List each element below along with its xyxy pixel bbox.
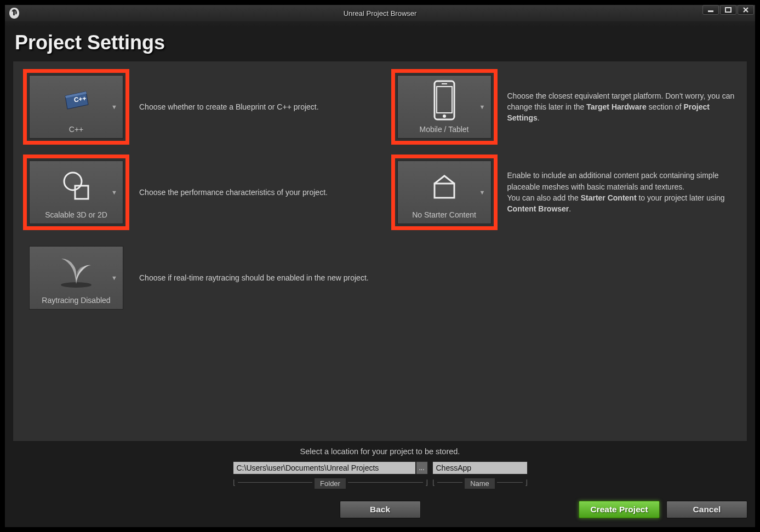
highlight-frame: C++ ▼ C++ <box>23 69 129 145</box>
chevron-down-icon: ▼ <box>479 189 485 196</box>
window-controls <box>702 5 754 15</box>
tile-wrap: ▼ Raytracing Disabled <box>23 240 129 316</box>
svg-rect-9 <box>442 83 447 84</box>
unreal-logo-icon <box>7 6 21 20</box>
project-type-tile[interactable]: C++ ▼ C++ <box>29 75 123 139</box>
field-underline: ⌊ Name ⌋ <box>432 476 528 489</box>
desc-text: to your project later using <box>637 193 725 202</box>
performance-row: ▼ Scalable 3D or 2D Choose the performan… <box>23 155 369 230</box>
folder-label: Folder <box>315 478 346 489</box>
desc-text: You can also add the <box>507 193 581 202</box>
svg-point-3 <box>64 173 82 190</box>
raytracing-row: ▼ Raytracing Disabled Choose if real-tim… <box>23 240 369 316</box>
location-section: Select a location for your project to be… <box>13 447 747 489</box>
desc-text: . <box>538 113 540 122</box>
starter-content-row: ▼ No Starter Content Enable to include a… <box>391 155 738 230</box>
folder-group: ... ⌊ Folder ⌋ <box>233 461 428 489</box>
project-browser-window: Unreal Project Browser Project Settings <box>4 4 756 528</box>
bold-text: Content Browser <box>507 204 569 213</box>
field-underline: ⌊ Folder ⌋ <box>233 476 428 489</box>
performance-tile[interactable]: ▼ Scalable 3D or 2D <box>29 161 123 224</box>
settings-panel: C++ ▼ C++ Choose whether to create a Blu… <box>13 61 747 442</box>
chevron-down-icon: ▼ <box>111 104 117 110</box>
close-button[interactable] <box>738 5 754 15</box>
buttons-row: Back Create Project Cancel <box>13 501 747 518</box>
highlight-frame: ▼ Scalable 3D or 2D <box>23 155 129 230</box>
starter-content-desc: Enable to include an additional content … <box>507 170 738 214</box>
tile-label: C++ <box>69 125 83 134</box>
project-type-desc: Choose whether to create a Blueprint or … <box>139 101 369 112</box>
back-button[interactable]: Back <box>340 501 421 518</box>
cancel-button[interactable]: Cancel <box>666 501 747 518</box>
maximize-button[interactable] <box>720 5 736 15</box>
left-column: C++ ▼ C++ Choose whether to create a Blu… <box>23 69 369 433</box>
titlebar: Unreal Project Browser <box>5 5 755 21</box>
raytracing-desc: Choose if real-time raytracing should be… <box>139 272 369 283</box>
browse-button[interactable]: ... <box>416 461 428 474</box>
window-title: Unreal Project Browser <box>344 9 417 18</box>
plant-icon <box>57 247 95 296</box>
target-platform-row: ▼ Mobile / Tablet Choose the closest equ… <box>391 69 738 145</box>
folder-input[interactable] <box>233 461 416 474</box>
tile-label: Raytracing Disabled <box>42 296 110 305</box>
svg-point-8 <box>443 115 446 118</box>
folder-input-wrap: ... <box>233 461 428 474</box>
chevron-down-icon: ▼ <box>111 274 117 281</box>
desc-text: . <box>569 204 571 213</box>
tile-label: Mobile / Tablet <box>419 125 468 134</box>
svg-rect-4 <box>75 186 88 199</box>
create-project-button[interactable]: Create Project <box>579 501 660 518</box>
bold-text: Target Hardware <box>586 102 646 111</box>
bold-text: Starter Content <box>581 193 637 202</box>
box-open-icon <box>429 161 460 210</box>
project-type-row: C++ ▼ C++ Choose whether to create a Blu… <box>23 69 369 145</box>
highlight-frame: ▼ No Starter Content <box>391 155 498 230</box>
mobile-icon <box>432 76 456 125</box>
starter-content-tile[interactable]: ▼ No Starter Content <box>397 161 492 224</box>
minimize-button[interactable] <box>702 5 719 15</box>
highlight-frame: ▼ Mobile / Tablet <box>391 69 498 145</box>
cpp-icon: C++ <box>62 76 90 125</box>
desc-text: section of <box>647 102 684 111</box>
scalable-icon <box>59 161 94 210</box>
page-title: Project Settings <box>15 31 755 54</box>
right-column: ▼ Mobile / Tablet Choose the closest equ… <box>391 69 738 433</box>
svg-rect-0 <box>708 10 713 12</box>
prompt-text: for your project to be stored. <box>358 447 460 456</box>
desc-text: Enable to include an additional content … <box>507 171 719 191</box>
inputs-row: ... ⌊ Folder ⌋ ⌊ Name ⌋ <box>233 461 528 489</box>
performance-desc: Choose the performance characteristics o… <box>139 187 369 198</box>
name-group: ⌊ Name ⌋ <box>432 461 528 489</box>
target-platform-tile[interactable]: ▼ Mobile / Tablet <box>397 75 492 139</box>
tile-label: No Starter Content <box>412 210 476 219</box>
target-platform-desc: Choose the closest equivalent target pla… <box>507 90 738 124</box>
chevron-down-icon: ▼ <box>479 104 485 110</box>
svg-rect-7 <box>437 87 452 113</box>
prompt-text: Select a <box>300 447 331 456</box>
location-prompt: Select a location for your project to be… <box>300 447 460 456</box>
svg-rect-1 <box>725 8 731 12</box>
name-label: Name <box>465 478 495 489</box>
tile-label: Scalable 3D or 2D <box>45 210 107 219</box>
bold-text: location <box>331 447 358 456</box>
raytracing-tile[interactable]: ▼ Raytracing Disabled <box>29 246 123 310</box>
chevron-down-icon: ▼ <box>111 189 117 196</box>
name-input[interactable] <box>432 461 528 474</box>
